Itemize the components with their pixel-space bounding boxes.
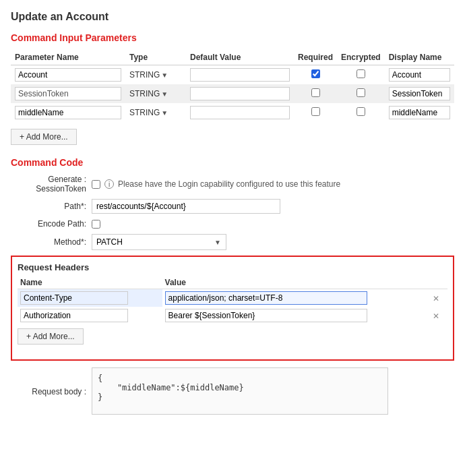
method-select[interactable]: GETPOSTPATCHPUTDELETE (92, 234, 226, 250)
method-label: Method*: (11, 237, 92, 247)
col-header-type: Type (125, 50, 186, 65)
param-name-input[interactable] (15, 68, 121, 82)
col-header-display: Display Name (385, 50, 454, 65)
method-row: Method*: GETPOSTPATCHPUTDELETE (11, 234, 454, 250)
list-item: ✕ (18, 307, 447, 324)
headers-col-name: Name (18, 276, 162, 289)
request-body-label: Request body : (11, 386, 92, 396)
param-type-label: STRING (129, 108, 160, 117)
generate-session-value: i Please have the Login capability confi… (92, 179, 454, 189)
header-value-input[interactable] (165, 291, 367, 305)
encode-path-label: Encode Path: (11, 219, 92, 229)
headers-title: Request Headers (18, 262, 447, 272)
generate-info-text: Please have the Login capability configu… (118, 179, 340, 189)
close-icon[interactable]: ✕ (430, 293, 442, 305)
headers-table: Name Value ✕✕ (18, 276, 447, 324)
param-type-label: STRING (129, 70, 160, 80)
generate-session-label: Generate : SessionToken (11, 175, 92, 194)
info-icon: i (104, 179, 114, 189)
command-input-section-title: Command Input Parameters (11, 32, 454, 43)
chevron-down-icon[interactable]: ▼ (161, 71, 168, 79)
param-name-input[interactable] (15, 87, 121, 100)
path-row: Path*: (11, 199, 454, 214)
header-value-input[interactable] (165, 309, 367, 322)
col-header-default: Default Value (186, 50, 294, 65)
param-encrypted-checkbox[interactable] (356, 88, 365, 97)
path-value (92, 199, 454, 214)
parameters-table: Parameter Name Type Default Value Requir… (11, 50, 454, 122)
chevron-down-icon[interactable]: ▼ (161, 90, 168, 98)
method-wrapper: GETPOSTPATCHPUTDELETE (92, 234, 226, 250)
request-body-row: Request body : { "middleName":${middleNa… (11, 367, 454, 415)
param-default-input[interactable] (190, 87, 290, 100)
param-name-input[interactable] (15, 106, 121, 119)
list-item: ✕ (18, 289, 447, 307)
col-header-encrypted: Encrypted (337, 50, 385, 65)
param-display-input[interactable] (389, 68, 450, 82)
page-title: Update an Account (11, 11, 454, 23)
table-row: STRING▼ (11, 65, 454, 85)
method-value: GETPOSTPATCHPUTDELETE (92, 234, 454, 250)
param-required-checkbox[interactable] (311, 107, 320, 116)
close-icon[interactable]: ✕ (430, 310, 442, 322)
param-encrypted-checkbox[interactable] (356, 107, 365, 116)
command-code-title: Command Code (11, 157, 454, 168)
param-default-input[interactable] (190, 68, 290, 82)
param-required-checkbox[interactable] (311, 88, 320, 97)
table-row: STRING▼ (11, 84, 454, 103)
header-name-input[interactable] (20, 309, 128, 322)
col-header-required: Required (294, 50, 337, 65)
add-header-button[interactable]: + Add More... (18, 328, 84, 345)
param-type-label: STRING (129, 89, 160, 98)
encode-path-checkbox[interactable] (92, 220, 100, 229)
path-label: Path*: (11, 202, 92, 211)
param-display-input[interactable] (389, 87, 450, 100)
add-param-button[interactable]: + Add More... (11, 129, 77, 145)
request-body-code: { "middleName":${middleName} } (92, 367, 388, 415)
encode-path-value (92, 220, 454, 229)
table-row: STRING▼ (11, 103, 454, 122)
command-code-section: Command Code Generate : SessionToken i P… (11, 157, 454, 250)
generate-session-checkbox[interactable] (92, 180, 100, 189)
param-display-input[interactable] (389, 106, 450, 119)
encode-path-row: Encode Path: (11, 219, 454, 229)
headers-col-value: Value (162, 276, 427, 289)
param-required-checkbox[interactable] (311, 69, 320, 78)
chevron-down-icon[interactable]: ▼ (161, 109, 168, 117)
header-name-input[interactable] (20, 291, 128, 305)
param-encrypted-checkbox[interactable] (356, 69, 365, 78)
col-header-name: Parameter Name (11, 50, 125, 65)
generate-session-token-row: Generate : SessionToken i Please have th… (11, 175, 454, 194)
request-headers-section: Request Headers Name Value ✕✕ + Add More… (11, 256, 454, 361)
path-input[interactable] (92, 199, 280, 214)
param-default-input[interactable] (190, 106, 290, 119)
